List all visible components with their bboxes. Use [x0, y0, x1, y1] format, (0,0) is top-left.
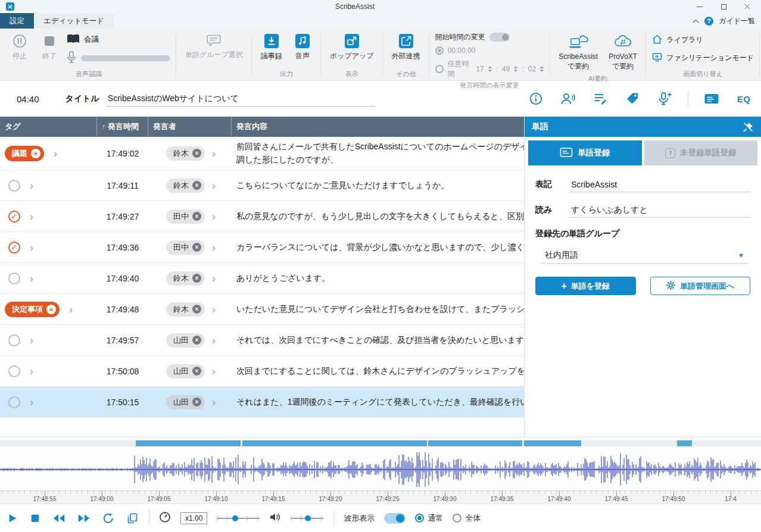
tab-settings[interactable]: 設定: [0, 13, 34, 29]
row-expand-chevron[interactable]: ›: [30, 335, 33, 346]
col-header-tag[interactable]: タグ: [0, 117, 97, 137]
close-button[interactable]: [743, 2, 751, 11]
radio-whole[interactable]: 全体: [453, 513, 481, 524]
help-icon[interactable]: ?: [704, 17, 713, 26]
title-input[interactable]: [107, 92, 375, 107]
speaker-manage-icon[interactable]: [559, 90, 577, 108]
speaker-chevron[interactable]: ›: [212, 304, 216, 315]
transcript-row[interactable]: ✓ › 17:49:27 田中 × › 私の意見なのですが、もう少し見出しの文字…: [0, 201, 524, 232]
speech-segment[interactable]: [524, 440, 581, 446]
row-expand-chevron[interactable]: ›: [30, 242, 33, 253]
tab-unregistered-words[interactable]: ? 未登録単語登録: [644, 140, 758, 165]
word-group-select[interactable]: 社内用語 ▼: [541, 248, 748, 264]
transcript-row[interactable]: › 17:49:57 山田 × › それでは、次回までにすべきことの確認、及び担…: [0, 325, 524, 356]
play-button[interactable]: [6, 512, 19, 525]
word-panel-icon[interactable]: [703, 90, 721, 108]
speaker-pill[interactable]: 鈴木 ×: [166, 146, 205, 161]
speaker-remove-icon[interactable]: ×: [192, 398, 201, 406]
waveform-display-toggle[interactable]: [384, 513, 406, 524]
speaker-pill[interactable]: 田中 ×: [166, 240, 205, 255]
utterance-text[interactable]: カラーバランスについては、背景が少し濃いかなと思いますので、少し濃くしてい: [232, 232, 524, 262]
transcript-row[interactable]: 議題 × › 17:49:02 鈴木 × › 前回皆さんにメールで共有したScr…: [0, 137, 524, 170]
volume-slider-handle[interactable]: [305, 515, 311, 521]
speaker-remove-icon[interactable]: ×: [192, 336, 201, 345]
speaker-pill[interactable]: 山田 ×: [166, 395, 205, 409]
mic-plus-icon[interactable]: [656, 90, 673, 108]
eq-panel-icon[interactable]: EQ: [735, 90, 753, 108]
utterance-text[interactable]: いただいた意見についてデザイン会社と打ち合わせを設けて、またブラッシュアッ: [232, 294, 524, 324]
timeline-ruler[interactable]: 17:48:5517:49:0017:49:0517:49:1017:49:15…: [0, 490, 761, 503]
reading-input[interactable]: [569, 203, 750, 218]
tag-badge[interactable]: 議題 ×: [5, 146, 44, 161]
status-circle[interactable]: ✓: [8, 242, 20, 254]
library-button[interactable]: ライブラリ: [652, 35, 754, 46]
utterance-text[interactable]: 私の意見なのですが、もう少し見出しの文字を大きくしてもらえると、区別がわ: [232, 201, 524, 231]
speaker-chevron[interactable]: ›: [212, 397, 216, 408]
row-expand-chevron[interactable]: ›: [30, 366, 33, 377]
volume-slider[interactable]: [291, 514, 324, 523]
speaker-pill[interactable]: 山田 ×: [166, 333, 205, 348]
word-group-select-button[interactable]: 単語グループ選択: [182, 32, 246, 62]
utterance-text[interactable]: 前回皆さんにメールで共有したScribeAssistについてのホームページのデザ…: [232, 137, 524, 170]
maximize-button[interactable]: [719, 2, 728, 11]
status-circle[interactable]: [8, 180, 20, 192]
audio-export-button[interactable]: 音声: [290, 32, 315, 63]
row-expand-chevron[interactable]: ›: [30, 273, 33, 284]
speaker-remove-icon[interactable]: ×: [192, 367, 201, 375]
status-circle[interactable]: ✓: [8, 211, 20, 223]
utterance-text[interactable]: 次回までにすることに関しては、鈴木さんにデザインのブラッシュアップを行ってい: [232, 356, 524, 386]
ss-stepper[interactable]: [540, 66, 544, 72]
row-expand-chevron[interactable]: ›: [30, 397, 33, 408]
speaker-remove-icon[interactable]: ×: [192, 243, 201, 252]
transcript-row[interactable]: › 17:50:15 山田 × › それはまた、1週間後のミーティングにて発表し…: [0, 387, 524, 418]
speaker-pill[interactable]: 鈴木 ×: [166, 271, 205, 286]
tab-edit-mode[interactable]: エディットモード: [34, 13, 114, 29]
status-circle[interactable]: [8, 273, 20, 284]
external-link-button[interactable]: 外部連携: [389, 32, 423, 63]
tag-remove-icon[interactable]: ×: [46, 305, 56, 314]
row-expand-chevron[interactable]: ›: [30, 180, 33, 191]
speaker-remove-icon[interactable]: ×: [192, 181, 201, 190]
utterance-text[interactable]: それはまた、1週間後のミーティングにて発表していただき、最終確認を行いたい: [232, 387, 524, 417]
status-circle[interactable]: [8, 334, 20, 346]
replay-button[interactable]: [101, 511, 116, 525]
start-time-toggle[interactable]: [489, 33, 510, 42]
transcript-row[interactable]: › 17:49:40 鈴木 × › ありがとうございます。: [0, 263, 524, 294]
minutes-export-button[interactable]: 議事録: [258, 32, 285, 63]
speaker-chevron[interactable]: ›: [212, 273, 216, 284]
facilitation-mode-button[interactable]: ファシリテーションモード: [652, 52, 754, 64]
mm-stepper[interactable]: [514, 66, 517, 72]
speech-segment[interactable]: [428, 440, 522, 446]
transcript-row[interactable]: ✓ › 17:49:36 田中 × › カラーバランスについては、背景が少し濃い…: [0, 232, 524, 263]
collapse-ribbon-icon[interactable]: [693, 19, 699, 23]
row-expand-chevron[interactable]: ›: [69, 304, 73, 315]
memo-icon[interactable]: [591, 90, 609, 108]
utterance-text[interactable]: こちらについてなにかご意見いただけますでしょうか。: [232, 170, 524, 201]
speaker-chevron[interactable]: ›: [212, 242, 216, 253]
tag-badge[interactable]: 決定事項 ×: [5, 302, 60, 317]
minimize-button[interactable]: [695, 2, 704, 11]
radio-time-zero[interactable]: [435, 46, 444, 55]
radio-arbitrary-time[interactable]: [435, 65, 444, 73]
tag-remove-icon[interactable]: ×: [31, 149, 40, 158]
tag-icon[interactable]: [623, 90, 641, 108]
speed-value[interactable]: x1.00: [180, 512, 207, 524]
meeting-selector[interactable]: 会議: [67, 33, 170, 46]
hh-stepper[interactable]: [488, 66, 492, 72]
popup-button[interactable]: ポップアップ: [327, 32, 377, 63]
register-word-button[interactable]: + 単語を登録: [535, 277, 636, 295]
rewind-button[interactable]: [51, 512, 67, 524]
speech-segment[interactable]: [677, 440, 692, 446]
speaker-chevron[interactable]: ›: [212, 180, 216, 191]
status-circle[interactable]: [8, 396, 20, 408]
speed-slider-handle[interactable]: [232, 515, 238, 521]
speaker-pill[interactable]: 田中 ×: [166, 209, 205, 224]
speed-slider[interactable]: [217, 514, 260, 523]
stop-button[interactable]: 停止: [7, 32, 32, 63]
speaker-remove-icon[interactable]: ×: [192, 212, 201, 221]
speaker-chevron[interactable]: ›: [212, 335, 216, 346]
radio-normal[interactable]: 通常: [415, 513, 443, 524]
audio-waveform[interactable]: [0, 449, 761, 490]
speaker-chevron[interactable]: ›: [212, 211, 216, 222]
speech-segments-bar[interactable]: [0, 440, 761, 446]
